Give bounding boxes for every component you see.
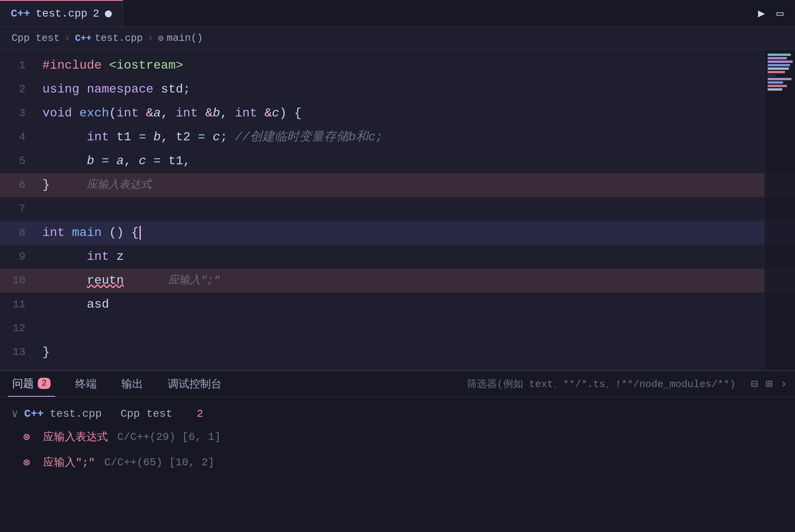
minimap (764, 50, 795, 370)
code-line-13[interactable]: 13 } (0, 340, 795, 364)
code-line-12[interactable]: 12 (0, 317, 795, 340)
paren-open: ( (109, 101, 116, 125)
param-c: c (272, 101, 279, 125)
var-c-5: c (139, 149, 146, 173)
fn-main: main (72, 221, 102, 245)
kw-int-c: int (235, 101, 257, 125)
code-line-6[interactable]: 6 } 应输入表达式 (0, 173, 795, 197)
error-msg-1: 应输入表达式 (43, 429, 108, 444)
line-number-13: 13 (0, 340, 35, 364)
cpp-tab-icon: C++ (11, 8, 30, 20)
var-t2: t2 (176, 125, 190, 149)
breadcrumb-test-cpp[interactable]: C++ test.cpp (75, 32, 143, 44)
error-reutn: reutn (87, 269, 124, 293)
code-line-2[interactable]: 2 using namespace std ; (0, 77, 795, 101)
tab-filename: test.cpp (35, 8, 87, 20)
var-a-5: a (116, 149, 124, 173)
kw-int-b: int (176, 101, 198, 125)
kw-int-4: int (87, 125, 109, 149)
line-number-3: 3 (0, 101, 35, 125)
panel-layout-icon[interactable]: ⊞ (766, 377, 773, 391)
fn-exch: exch (79, 101, 109, 125)
file-tab[interactable]: C++ test.cpp 2 (0, 0, 123, 27)
run-button[interactable]: ▶ (758, 6, 765, 20)
comment-4: //创建临时变量存储b和c; (235, 125, 383, 149)
ns-std: std (161, 77, 183, 101)
param-b: b (213, 101, 220, 125)
code-line-7[interactable]: 7 (0, 197, 795, 221)
tab-bar: C++ test.cpp 2 ▶ ▭ (0, 0, 795, 27)
code-line-1[interactable]: 1 #include <iostream> (0, 54, 795, 77)
breadcrumb-sep-1: › (64, 32, 71, 44)
include-header: <iostream> (109, 54, 183, 77)
line-content-9: int z (35, 245, 795, 269)
line-number-12: 12 (0, 317, 35, 340)
line-content-11: asd (35, 293, 795, 317)
brace-open-8: { (131, 221, 140, 245)
var-z: z (116, 245, 124, 269)
brace-open-3: { (294, 101, 301, 125)
breadcrumb-cpp-icon: C++ (75, 33, 91, 44)
include-kw: #include (42, 54, 102, 77)
tab-modified-dot (105, 10, 112, 17)
panel-tab-bar: 问题 2 终端 输出 调试控制台 筛选器(例如 text、**/*.ts、!**… (0, 371, 795, 397)
bottom-panel: 问题 2 终端 输出 调试控制台 筛选器(例如 text、**/*.ts、!**… (0, 370, 795, 532)
line-content-3: void exch ( int & a , int & b , (35, 101, 795, 125)
problem-group[interactable]: ∨ C++ test.cpp Cpp test 2 (0, 403, 795, 424)
code-line-3[interactable]: 3 void exch ( int & a , int & b , (0, 101, 795, 125)
line-content-2: using namespace std ; (35, 77, 795, 101)
error-icon-1: ⊗ (23, 430, 37, 444)
line-number-9: 9 (0, 245, 35, 269)
filter-icon[interactable]: ⊟ (751, 377, 758, 391)
eq-1: = (139, 125, 146, 149)
comma-5a: , (124, 149, 131, 173)
error-meta-2: C/C++(65) [10, 2] (104, 456, 214, 468)
breadcrumb: Cpp test › C++ test.cpp › ⊙ main() (0, 27, 795, 50)
minimap-line-3 (768, 61, 793, 63)
ref-amp-a: & (146, 101, 153, 125)
eq-2: = (198, 125, 205, 149)
minimap-line-10 (768, 85, 787, 87)
semi-4: ; (220, 125, 227, 149)
var-asd: asd (87, 293, 109, 317)
kw-int-a: int (116, 101, 139, 125)
editor-area: 1 #include <iostream> 2 using namespace … (0, 50, 795, 370)
kw-namespace: namespace (87, 77, 153, 101)
code-line-4[interactable]: 4 int t1 = b , t2 = c (0, 125, 795, 149)
line-number-11: 11 (0, 293, 35, 317)
var-b-5: b (87, 149, 94, 173)
code-line-10[interactable]: 10 reutn 应输入";" (0, 269, 795, 293)
val-c: c (213, 125, 220, 149)
kw-using: using (42, 77, 79, 101)
comma-t: , (161, 125, 168, 149)
ref-amp-c: & (264, 101, 272, 125)
paren-close: ) (280, 101, 287, 125)
tab-problems[interactable]: 问题 2 (8, 371, 55, 397)
line-number-6: 6 (0, 173, 35, 197)
eq-5b: = (153, 149, 161, 173)
comma-2: , (220, 101, 227, 125)
panel-filter-area: 筛选器(例如 text、**/*.ts、!**/node_modules/**) (467, 377, 736, 391)
tab-debug-console[interactable]: 调试控制台 (163, 371, 226, 397)
problems-badge: 2 (38, 378, 51, 389)
code-editor[interactable]: 1 #include <iostream> 2 using namespace … (0, 50, 795, 370)
tab-output[interactable]: 输出 (117, 371, 148, 397)
code-line-8[interactable]: 8 int main () { (0, 221, 795, 245)
error-item-2[interactable]: ⊗ 应输入";" C/C++(65) [10, 2] (0, 450, 795, 475)
group-cpp-icon: C++ (24, 408, 44, 420)
error-meta-1: C/C++(29) [6, 1] (117, 431, 221, 443)
group-count: 2 (197, 408, 203, 420)
error-item-1[interactable]: ⊗ 应输入表达式 C/C++(29) [6, 1] (0, 424, 795, 450)
panel-close-icon[interactable]: › (780, 377, 787, 391)
brace-close-6: } (42, 173, 50, 197)
tab-terminal[interactable]: 终端 (71, 371, 101, 397)
breadcrumb-cpp-test-label: Cpp test (12, 32, 60, 44)
split-editor-button[interactable]: ▭ (776, 6, 783, 20)
code-line-11[interactable]: 11 asd (0, 293, 795, 317)
kw-int-8: int (42, 221, 65, 245)
code-line-5[interactable]: 5 b = a , c = t1 , (0, 149, 795, 173)
breadcrumb-main[interactable]: ⊙ main() (158, 32, 203, 44)
code-line-9[interactable]: 9 int z (0, 245, 795, 269)
breadcrumb-cpp-test[interactable]: Cpp test (12, 32, 60, 44)
error-msg-2: 应输入";" (43, 455, 95, 470)
